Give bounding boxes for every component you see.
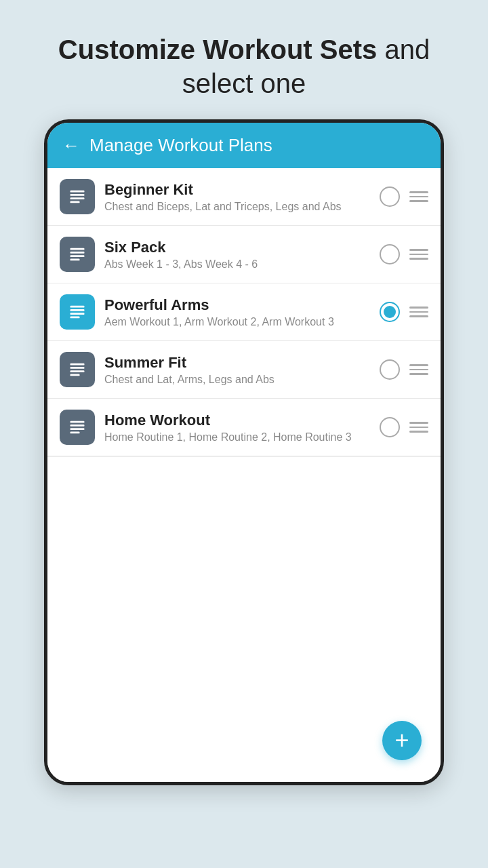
svg-rect-14 [70,370,85,372]
workout-title-beginner-kit: Beginner Kit [104,181,370,199]
workout-item-beginner-kit[interactable]: Beginner KitChest and Biceps, Lat and Tr… [47,168,441,226]
workout-title-home-workout: Home Workout [104,412,370,429]
workout-icon-home-workout [60,410,95,445]
workout-text-home-workout: Home WorkoutHome Routine 1, Home Routine… [104,412,370,443]
workout-radio-home-workout[interactable] [380,417,400,437]
workout-drag-six-pack[interactable] [409,245,428,264]
svg-rect-19 [70,431,80,433]
svg-rect-4 [70,248,85,250]
svg-rect-10 [70,313,85,315]
workout-text-beginner-kit: Beginner KitChest and Biceps, Lat and Tr… [104,181,370,213]
workout-icon-six-pack [60,237,95,272]
svg-rect-3 [70,201,80,203]
workout-drag-summer-fit[interactable] [409,360,428,379]
svg-rect-2 [70,197,85,199]
workout-list: Beginner KitChest and Biceps, Lat and Tr… [47,168,441,456]
workout-text-summer-fit: Summer FitChest and Lat, Arms, Legs and … [104,354,370,386]
workout-title-powerful-arms: Powerful Arms [104,296,370,314]
workout-item-powerful-arms[interactable]: Powerful ArmsAem Workout 1, Arm Workout … [47,283,441,341]
workout-icon-beginner-kit [60,179,95,214]
svg-rect-1 [70,194,85,196]
workout-subtitle-powerful-arms: Aem Workout 1, Arm Workout 2, Arm Workou… [104,316,370,328]
workout-drag-home-workout[interactable] [409,418,428,437]
svg-rect-13 [70,367,85,369]
bottom-area: + [47,456,441,782]
workout-subtitle-six-pack: Abs Week 1 - 3, Abs Week 4 - 6 [104,258,370,271]
phone-frame: ← Manage Workout Plans Beginner KitChest… [44,119,444,785]
workout-title-six-pack: Six Pack [104,239,370,256]
workout-drag-beginner-kit[interactable] [409,187,428,206]
workout-text-powerful-arms: Powerful ArmsAem Workout 1, Arm Workout … [104,296,370,328]
svg-rect-5 [70,252,85,254]
workout-subtitle-summer-fit: Chest and Lat, Arms, Legs and Abs [104,374,370,386]
svg-rect-15 [70,374,80,376]
workout-item-home-workout[interactable]: Home WorkoutHome Routine 1, Home Routine… [47,399,441,456]
workout-text-six-pack: Six PackAbs Week 1 - 3, Abs Week 4 - 6 [104,239,370,271]
svg-rect-7 [70,258,80,260]
workout-subtitle-home-workout: Home Routine 1, Home Routine 2, Home Rou… [104,431,370,443]
workout-radio-six-pack[interactable] [380,244,400,264]
svg-rect-12 [70,363,85,366]
svg-rect-17 [70,425,85,427]
workout-radio-powerful-arms[interactable] [380,302,400,322]
svg-rect-0 [70,191,85,193]
svg-rect-16 [70,421,85,423]
workout-radio-summer-fit[interactable] [380,359,400,380]
workout-radio-beginner-kit[interactable] [380,186,400,207]
svg-rect-8 [70,306,85,308]
workout-item-summer-fit[interactable]: Summer FitChest and Lat, Arms, Legs and … [47,341,441,399]
add-workout-button[interactable]: + [382,721,422,760]
svg-rect-11 [70,316,80,318]
workout-title-summer-fit: Summer Fit [104,354,370,372]
workout-icon-powerful-arms [60,294,95,330]
page-title-bold: Customize Workout Sets [58,35,377,64]
workout-icon-summer-fit [60,352,95,387]
svg-rect-18 [70,428,85,430]
workout-subtitle-beginner-kit: Chest and Biceps, Lat and Triceps, Legs … [104,201,370,213]
svg-rect-6 [70,255,85,257]
back-button[interactable]: ← [62,135,80,156]
top-bar: ← Manage Workout Plans [47,123,441,168]
page-header: Customize Workout Sets and select one [0,0,488,119]
workout-item-six-pack[interactable]: Six PackAbs Week 1 - 3, Abs Week 4 - 6 [47,226,441,283]
topbar-title: Manage Workout Plans [89,135,272,156]
svg-rect-9 [70,309,85,311]
workout-drag-powerful-arms[interactable] [409,302,428,321]
